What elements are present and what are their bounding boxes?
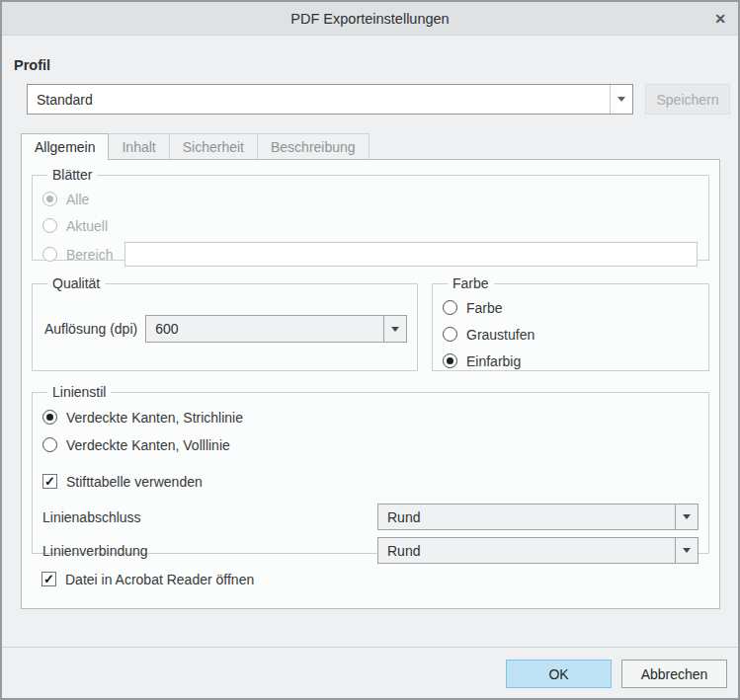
cancel-button[interactable]: Abbrechen — [621, 660, 727, 688]
radio-icon — [42, 192, 57, 206]
profile-combobox[interactable]: Standard — [27, 84, 633, 115]
pen-table-checkbox-label: Stifttabelle verwenden — [66, 474, 203, 490]
radio-farbe[interactable]: Farbe — [443, 297, 699, 318]
radio-bereich[interactable]: Bereich — [42, 244, 113, 265]
tab-strip: Allgemein Inhalt Sicherheit Beschreibung — [21, 133, 738, 159]
radio-einfarbig-label: Einfarbig — [466, 353, 521, 369]
profile-dropdown-button[interactable] — [610, 85, 632, 114]
radio-graustufen-label: Graustufen — [466, 327, 534, 343]
ok-button[interactable]: OK — [506, 660, 612, 688]
profile-combobox-value: Standard — [28, 85, 610, 114]
radio-graustufen[interactable]: Graustufen — [443, 324, 699, 345]
tab-inhalt[interactable]: Inhalt — [109, 133, 169, 159]
line-cap-row: Linienabschluss Rund — [42, 504, 699, 530]
line-cap-label: Linienabschluss — [42, 509, 141, 525]
resolution-select-value: 600 — [146, 316, 383, 342]
radio-hidden-edges-solid[interactable]: Verdeckte Kanten, Volllinie — [42, 434, 699, 455]
linestyle-group-legend: Linienstil — [47, 384, 111, 400]
sheets-group: Blätter Alle Aktuell Bereich — [32, 167, 709, 261]
linestyle-group: Linienstil Verdeckte Kanten, Strichlinie… — [32, 384, 709, 554]
open-in-reader-checkbox-label: Datei in Acrobat Reader öffnen — [65, 572, 254, 587]
line-join-select[interactable]: Rund — [377, 537, 699, 564]
quality-color-row: Qualität Auflösung (dpi) 600 Farbe Farbe — [32, 275, 709, 371]
color-group: Farbe Farbe Graustufen Einfarbig — [432, 275, 709, 371]
profile-row: Standard Speichern — [27, 84, 730, 115]
radio-bereich-label: Bereich — [66, 247, 113, 263]
radio-alle-label: Alle — [66, 192, 89, 207]
titlebar: PDF Exporteinstellungen ✕ — [2, 2, 738, 36]
radio-icon — [443, 327, 457, 342]
range-row: Bereich — [42, 242, 699, 267]
line-join-row: Linienverbindung Rund — [42, 537, 699, 564]
chevron-down-icon — [683, 548, 691, 553]
radio-icon — [42, 218, 57, 233]
color-group-legend: Farbe — [448, 275, 494, 291]
radio-aktuell-label: Aktuell — [66, 218, 108, 234]
radio-icon — [42, 437, 57, 452]
dialog-title: PDF Exporteinstellungen — [290, 11, 449, 27]
tab-allgemein[interactable]: Allgemein — [21, 133, 109, 160]
line-cap-select-value: Rund — [378, 505, 675, 529]
radio-einfarbig[interactable]: Einfarbig — [443, 350, 699, 371]
line-join-label: Linienverbindung — [42, 543, 148, 559]
pen-table-checkbox[interactable]: ✓ Stifttabelle verwenden — [42, 471, 699, 492]
footer-divider — [2, 647, 738, 648]
chevron-down-icon — [617, 97, 625, 102]
radio-icon — [42, 247, 57, 262]
radio-icon — [42, 410, 57, 425]
radio-icon — [443, 353, 457, 368]
chevron-down-icon — [391, 327, 399, 332]
quality-group-legend: Qualität — [47, 275, 105, 291]
tab-panel-allgemein: Blätter Alle Aktuell Bereich Qualität — [21, 159, 720, 609]
radio-farbe-label: Farbe — [466, 300, 503, 316]
radio-hidden-edges-solid-label: Verdeckte Kanten, Volllinie — [66, 437, 230, 453]
resolution-row: Auflösung (dpi) 600 — [42, 315, 407, 343]
radio-icon — [443, 300, 457, 315]
range-input[interactable] — [124, 242, 698, 267]
footer-buttons: OK Abbrechen — [506, 660, 727, 688]
radio-hidden-edges-dashed-label: Verdeckte Kanten, Strichlinie — [66, 410, 243, 426]
tab-sicherheit[interactable]: Sicherheit — [170, 133, 258, 159]
line-cap-select[interactable]: Rund — [377, 504, 699, 530]
radio-aktuell[interactable]: Aktuell — [42, 215, 699, 236]
line-join-dropdown-button[interactable] — [675, 538, 698, 563]
resolution-select[interactable]: 600 — [145, 315, 407, 343]
resolution-label: Auflösung (dpi) — [44, 321, 137, 337]
checkbox-icon: ✓ — [42, 474, 57, 489]
tab-beschreibung[interactable]: Beschreibung — [258, 133, 370, 159]
open-in-reader-checkbox[interactable]: ✓ Datei in Acrobat Reader öffnen — [41, 569, 709, 589]
radio-hidden-edges-dashed[interactable]: Verdeckte Kanten, Strichlinie — [42, 407, 699, 428]
line-join-select-value: Rund — [378, 538, 675, 563]
profile-label: Profil — [14, 57, 738, 73]
resolution-dropdown-button[interactable] — [383, 316, 406, 342]
pdf-export-dialog: PDF Exporteinstellungen ✕ Profil Standar… — [0, 0, 740, 700]
sheets-group-legend: Blätter — [47, 167, 97, 183]
quality-group: Qualität Auflösung (dpi) 600 — [32, 275, 418, 371]
chevron-down-icon — [683, 514, 691, 519]
close-icon[interactable]: ✕ — [714, 12, 726, 26]
line-cap-dropdown-button[interactable] — [675, 505, 698, 529]
save-button[interactable]: Speichern — [645, 84, 730, 115]
radio-alle[interactable]: Alle — [42, 189, 699, 209]
checkbox-icon: ✓ — [41, 572, 56, 586]
